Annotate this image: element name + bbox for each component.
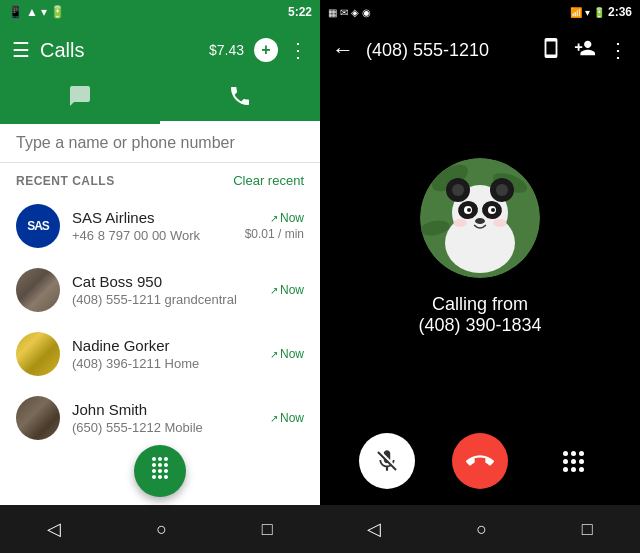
call-number-title: (408) 555-1210 xyxy=(366,40,528,61)
status-icons-left: 📱 ▲ ▾ 🔋 xyxy=(8,5,65,19)
panda-image xyxy=(420,158,540,278)
tab-messages[interactable] xyxy=(0,76,160,124)
call-rate: $0.01 / min xyxy=(245,227,304,241)
svg-point-17 xyxy=(453,219,467,227)
status-time-left: 5:22 xyxy=(288,5,312,19)
contact-avatar xyxy=(420,158,540,278)
back-button-right[interactable]: ◁ xyxy=(347,510,401,548)
keypad-dot xyxy=(571,451,576,456)
mute-button[interactable] xyxy=(359,433,415,489)
left-panel: 📱 ▲ ▾ 🔋 5:22 ☰ Calls $7.43 + ⋮ xyxy=(0,0,320,553)
map-icon: ◈ xyxy=(351,7,359,18)
status-time-right: 2:36 xyxy=(608,5,632,19)
sim-icon: ▦ xyxy=(328,7,337,18)
wifi-icon: ▾ xyxy=(41,5,47,19)
more-options-icon[interactable]: ⋮ xyxy=(288,38,308,62)
call-time: ↗ Now xyxy=(270,211,304,225)
add-call-icon[interactable]: + xyxy=(254,38,278,62)
contact-name: John Smith xyxy=(72,401,258,418)
keypad-dot xyxy=(571,459,576,464)
avatar xyxy=(16,332,60,376)
calling-from-line2: (408) 390-1834 xyxy=(418,315,541,336)
recent-calls-label: RECENT CALLS xyxy=(16,174,115,188)
arrow-icon: ↗ xyxy=(270,349,278,360)
call-time: ↗ Now xyxy=(270,283,304,297)
back-button-left[interactable]: ◁ xyxy=(27,510,81,548)
add-person-icon[interactable] xyxy=(574,37,596,64)
recent-apps-button-right[interactable]: □ xyxy=(562,511,613,548)
list-item[interactable]: John Smith (650) 555-1212 Mobile ↗ Now xyxy=(0,386,320,450)
keypad-dot xyxy=(579,451,584,456)
dialpad-fab[interactable] xyxy=(134,445,186,497)
svg-point-14 xyxy=(467,208,471,212)
call-toolbar: ← (408) 555-1210 ⋮ xyxy=(320,24,640,76)
contact-name: Cat Boss 950 xyxy=(72,273,258,290)
app-title: Calls xyxy=(40,39,199,62)
toolbar-left: ☰ Calls $7.43 + ⋮ xyxy=(0,24,320,76)
contact-detail: +46 8 797 00 00 Work xyxy=(72,228,233,243)
keypad-dot xyxy=(579,467,584,472)
keypad-dot xyxy=(563,451,568,456)
end-call-button[interactable] xyxy=(452,433,508,489)
call-info: John Smith (650) 555-1212 Mobile xyxy=(72,401,258,435)
nav-bar-left: ◁ ○ □ xyxy=(0,505,320,553)
search-input[interactable] xyxy=(16,134,304,152)
tab-calls[interactable] xyxy=(160,76,320,124)
list-item[interactable]: SAS SAS Airlines +46 8 797 00 00 Work ↗ … xyxy=(0,194,320,258)
arrow-icon: ↗ xyxy=(270,213,278,224)
status-bar-left: 📱 ▲ ▾ 🔋 5:22 xyxy=(0,0,320,24)
call-time: ↗ Now xyxy=(270,347,304,361)
call-actions xyxy=(320,417,640,505)
home-button-left[interactable]: ○ xyxy=(136,511,187,548)
menu-icon[interactable]: ☰ xyxy=(12,38,30,62)
status-right-icons: 📶 ▾ 🔋 2:36 xyxy=(570,5,632,19)
svg-point-9 xyxy=(496,184,508,196)
call-info: SAS Airlines +46 8 797 00 00 Work xyxy=(72,209,233,243)
arrow-icon: ↗ xyxy=(270,285,278,296)
right-panel: ▦ ✉ ◈ ◉ 📶 ▾ 🔋 2:36 ← (408) 555-1210 ⋮ xyxy=(320,0,640,553)
messages-tab-icon xyxy=(68,84,92,114)
call-meta: ↗ Now $0.01 / min xyxy=(245,211,304,241)
list-item[interactable]: Nadine Gorker (408) 396-1211 Home ↗ Now xyxy=(0,322,320,386)
clear-recent-button[interactable]: Clear recent xyxy=(233,173,304,188)
keypad-button[interactable] xyxy=(545,433,601,489)
calling-from-text: Calling from (408) 390-1834 xyxy=(418,294,541,336)
list-item[interactable]: Cat Boss 950 (408) 555-1211 grandcentral… xyxy=(0,258,320,322)
contact-name: SAS Airlines xyxy=(72,209,233,226)
svg-point-16 xyxy=(475,218,485,224)
signal-icon: ▲ xyxy=(26,5,38,19)
svg-point-8 xyxy=(452,184,464,196)
search-bar[interactable] xyxy=(0,124,320,163)
contact-detail: (650) 555-1212 Mobile xyxy=(72,420,258,435)
speaker-icon[interactable] xyxy=(540,37,562,64)
call-content: Calling from (408) 390-1834 xyxy=(320,76,640,417)
balance-display: $7.43 xyxy=(209,42,244,58)
more-options-right-icon[interactable]: ⋮ xyxy=(608,38,628,62)
keypad-dot xyxy=(579,459,584,464)
avatar xyxy=(16,396,60,440)
call-time: ↗ Now xyxy=(270,411,304,425)
keypad-dot xyxy=(571,467,576,472)
keypad-dots-grid xyxy=(563,451,584,472)
svg-point-15 xyxy=(491,208,495,212)
keypad-dot xyxy=(563,459,568,464)
status-left-spacer: ▦ ✉ ◈ ◉ xyxy=(328,7,371,18)
recent-calls-header: RECENT CALLS Clear recent xyxy=(0,163,320,194)
call-info: Nadine Gorker (408) 396-1211 Home xyxy=(72,337,258,371)
keypad-dot xyxy=(563,467,568,472)
arrow-icon: ↗ xyxy=(270,413,278,424)
home-button-right[interactable]: ○ xyxy=(456,511,507,548)
contact-detail: (408) 555-1211 grandcentral xyxy=(72,292,258,307)
status-bar-right: ▦ ✉ ◈ ◉ 📶 ▾ 🔋 2:36 xyxy=(320,0,640,24)
call-info: Cat Boss 950 (408) 555-1211 grandcentral xyxy=(72,273,258,307)
call-meta: ↗ Now xyxy=(270,347,304,361)
call-meta: ↗ Now xyxy=(270,283,304,297)
recent-apps-button-left[interactable]: □ xyxy=(242,511,293,548)
contact-name: Nadine Gorker xyxy=(72,337,258,354)
wifi-status-icon: ▾ xyxy=(585,7,590,18)
avatar: SAS xyxy=(16,204,60,248)
calling-from-line1: Calling from xyxy=(418,294,541,315)
phone-icon: 📱 xyxy=(8,5,23,19)
back-arrow-icon[interactable]: ← xyxy=(332,37,354,63)
call-meta: ↗ Now xyxy=(270,411,304,425)
